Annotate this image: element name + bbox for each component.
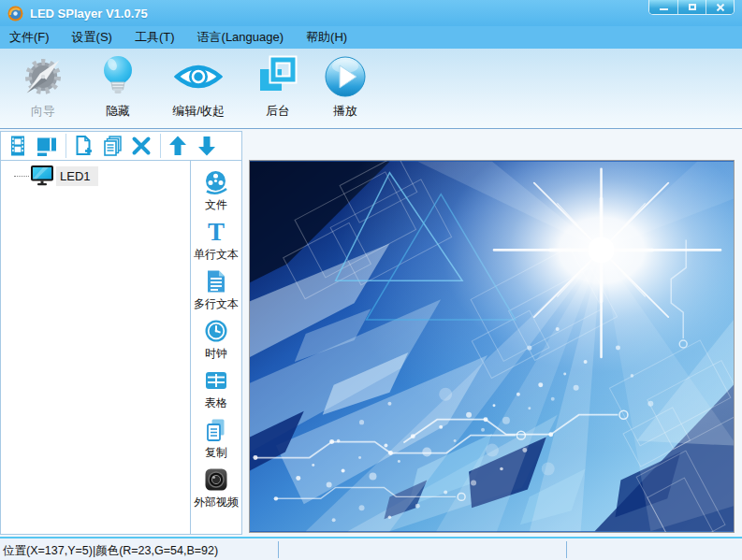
play-icon: [323, 52, 368, 101]
single-line-text-icon: T: [208, 218, 225, 246]
play-label: 播放: [333, 103, 357, 120]
content-tools-strip: 文件 T 单行文本 多行文本: [190, 160, 242, 535]
background-label: 后台: [266, 103, 290, 120]
window-title: LED SPlayer V1.0.75: [30, 7, 148, 21]
hide-bulb-icon: [96, 52, 139, 101]
play-button[interactable]: 播放: [313, 52, 378, 120]
external-video-icon: [203, 466, 229, 494]
minimize-button[interactable]: [649, 0, 677, 14]
menu-file[interactable]: 文件(F): [7, 27, 51, 48]
preview-image: [250, 161, 734, 532]
copy-program-icon[interactable]: [100, 134, 124, 158]
app-logo-icon: [7, 6, 23, 22]
tree-connector: [14, 176, 29, 177]
status-separator: [278, 541, 279, 558]
menu-settings[interactable]: 设置(S): [70, 27, 114, 48]
main-toolbar: 向导 隐藏: [0, 49, 742, 129]
toolbar-separator: [160, 134, 161, 158]
add-program-icon[interactable]: [71, 134, 95, 158]
close-icon: [716, 3, 725, 12]
tool-media-file[interactable]: 文件: [203, 168, 229, 218]
copy-icon: [203, 416, 229, 444]
tree-item-led1[interactable]: LED1: [1, 165, 190, 187]
edit-collapse-eye-icon: [174, 52, 223, 101]
tool-label: 表格: [205, 395, 227, 411]
window-controls: [648, 0, 735, 15]
tool-label: 复制: [205, 445, 227, 461]
menu-language[interactable]: 语言(Language): [196, 27, 286, 48]
menu-help[interactable]: 帮助(H): [304, 27, 349, 48]
maximize-button[interactable]: [677, 0, 706, 14]
wizard-label: 向导: [31, 103, 55, 120]
status-separator: [566, 541, 567, 558]
tool-external-video[interactable]: 外部视频: [194, 466, 239, 515]
menubar: 文件(F) 设置(S) 工具(T) 语言(Language) 帮助(H): [0, 26, 742, 49]
background-button[interactable]: 后台: [249, 52, 307, 120]
delete-icon[interactable]: [129, 134, 153, 158]
clock-icon: [203, 317, 229, 345]
tool-label: 多行文本: [194, 296, 239, 312]
app-window: LED SPlayer V1.0.75 文件(F) 设置(S) 工具(T) 语言…: [0, 0, 742, 560]
toolbar-separator: [65, 134, 66, 158]
hide-button[interactable]: 隐藏: [84, 52, 152, 120]
tool-table[interactable]: 表格: [203, 366, 229, 416]
preview-canvas[interactable]: [249, 160, 735, 533]
tool-label: 文件: [205, 197, 227, 213]
close-button[interactable]: [706, 0, 734, 14]
tool-copy[interactable]: 复制: [203, 416, 229, 466]
hide-label: 隐藏: [106, 103, 130, 120]
screen-film-icon[interactable]: [6, 134, 30, 158]
status-position-color: 位置(X=137,Y=5)|颜色(R=23,G=54,B=92): [3, 543, 218, 559]
wizard-icon: [20, 52, 66, 101]
table-icon: [203, 366, 229, 395]
tool-label: 单行文本: [194, 247, 239, 263]
tool-single-line-text[interactable]: T 单行文本: [194, 218, 239, 267]
tool-multi-line-text[interactable]: 多行文本: [194, 267, 239, 317]
program-toolbar: [0, 131, 242, 161]
maximize-icon: [689, 4, 696, 10]
statusbar: 位置(X=137,Y=5)|颜色(R=23,G=54,B=92): [0, 537, 742, 560]
move-down-icon[interactable]: [195, 134, 219, 158]
tool-label: 时钟: [205, 346, 227, 362]
titlebar: LED SPlayer V1.0.75: [0, 0, 742, 26]
edit-collapse-button[interactable]: 编辑/收起: [155, 52, 241, 120]
edit-collapse-label: 编辑/收起: [172, 103, 225, 120]
screen-tree-panel: LED1: [0, 160, 191, 535]
menu-tools[interactable]: 工具(T): [133, 27, 177, 48]
tool-label: 外部视频: [194, 495, 239, 510]
monitor-icon: [30, 165, 54, 187]
move-up-icon[interactable]: [166, 134, 190, 158]
background-windows-icon: [256, 52, 299, 101]
media-file-icon: [203, 168, 229, 196]
minimize-icon: [660, 8, 668, 10]
tree-item-label: LED1: [56, 166, 98, 186]
multi-line-text-icon: [203, 267, 229, 295]
screen-layout-icon[interactable]: [35, 134, 59, 158]
wizard-button[interactable]: 向导: [7, 52, 79, 120]
tool-clock[interactable]: 时钟: [203, 317, 229, 366]
